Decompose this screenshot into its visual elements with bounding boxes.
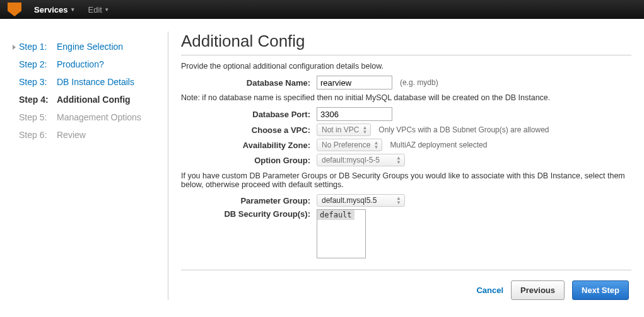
step-label: Step 1: [19, 42, 57, 52]
row-security-groups: DB Security Group(s): default [181, 209, 631, 258]
label-database-name: Database Name: [181, 78, 317, 88]
chevron-down-icon: ▾ [105, 6, 108, 13]
security-group-option[interactable]: default [317, 210, 354, 220]
az-select-value: No Preference [322, 141, 370, 149]
step-5[interactable]: Step 5: Management Options [6, 108, 158, 126]
database-name-input[interactable] [317, 76, 392, 89]
previous-button[interactable]: Previous [511, 280, 565, 300]
row-database-port: Database Port: [181, 107, 631, 121]
step-title: Additional Config [57, 95, 131, 105]
hint-database-name: (e.g. mydb) [400, 78, 438, 87]
parameter-group-select[interactable]: default.mysql5.5 ▲▼ [317, 194, 405, 207]
security-groups-listbox[interactable]: default [317, 209, 366, 258]
next-step-button[interactable]: Next Step [572, 280, 629, 300]
label-az: Availability Zone: [181, 141, 317, 150]
step-label: Step 2: [19, 59, 57, 69]
top-nav-bar: Services ▾ Edit ▾ [0, 0, 644, 19]
edit-label: Edit [88, 5, 102, 14]
step-title: Management Options [57, 112, 141, 122]
main-panel: Additional Config Provide the optional a… [172, 32, 631, 300]
cancel-button[interactable]: Cancel [476, 285, 503, 295]
vertical-divider [168, 32, 168, 300]
chevron-down-icon: ▾ [71, 6, 74, 13]
row-az: Availability Zone: No Preference ▲▼ Mult… [181, 139, 631, 151]
option-group-value: default:mysql-5-5 [322, 156, 380, 164]
vpc-select[interactable]: Not in VPC ▲▼ [317, 124, 371, 136]
step-6[interactable]: Step 6: Review [6, 126, 158, 144]
wizard-button-row: Cancel Previous Next Step [181, 280, 631, 300]
label-vpc: Choose a VPC: [181, 125, 317, 135]
divider [181, 270, 631, 270]
step-label: Step 6: [19, 130, 57, 140]
label-option-group: Option Group: [181, 156, 317, 165]
vpc-select-value: Not in VPC [322, 125, 359, 134]
note-param-sec-groups: If you have custom DB Parameter Groups o… [181, 171, 631, 189]
wizard-steps-sidebar: Step 1: Engine Selection Step 2: Product… [6, 32, 164, 300]
step-1[interactable]: Step 1: Engine Selection [6, 38, 158, 55]
step-label: Step 5: [19, 112, 57, 122]
step-title: Engine Selection [57, 42, 123, 52]
hint-az: MultiAZ deployment selected [390, 141, 487, 149]
services-menu[interactable]: Services ▾ [34, 5, 74, 14]
step-3[interactable]: Step 3: DB Instance Details [6, 73, 158, 91]
row-option-group: Option Group: default:mysql-5-5 ▲▼ [181, 154, 631, 166]
az-select[interactable]: No Preference ▲▼ [317, 139, 382, 151]
intro-text: Provide the optional additional configur… [181, 62, 631, 71]
step-label: Step 4: [19, 95, 57, 105]
page-title: Additional Config [181, 32, 631, 51]
stepper-icon: ▲▼ [373, 141, 378, 149]
edit-menu[interactable]: Edit ▾ [88, 5, 108, 14]
database-port-input[interactable] [317, 107, 392, 121]
stepper-icon: ▲▼ [362, 125, 367, 134]
triangle-right-icon [13, 45, 16, 50]
note-no-dbname: Note: if no database name is specified t… [181, 93, 631, 102]
row-parameter-group: Parameter Group: default.mysql5.5 ▲▼ [181, 194, 631, 207]
step-2[interactable]: Step 2: Production? [6, 55, 158, 73]
option-group-select[interactable]: default:mysql-5-5 ▲▼ [317, 154, 405, 166]
parameter-group-value: default.mysql5.5 [322, 196, 377, 205]
services-label: Services [34, 5, 68, 14]
stepper-icon: ▲▼ [396, 196, 401, 205]
step-title: Production? [57, 59, 104, 69]
label-database-port: Database Port: [181, 110, 317, 119]
step-label: Step 3: [19, 77, 57, 87]
step-title: Review [57, 130, 86, 140]
hint-vpc: Only VPCs with a DB Subnet Group(s) are … [378, 125, 549, 134]
stepper-icon: ▲▼ [396, 156, 401, 164]
divider [181, 55, 631, 55]
label-security-groups: DB Security Group(s): [181, 209, 317, 219]
label-parameter-group: Parameter Group: [181, 196, 317, 205]
step-4[interactable]: Step 4: Additional Config [6, 91, 158, 108]
row-vpc: Choose a VPC: Not in VPC ▲▼ Only VPCs wi… [181, 124, 631, 136]
row-database-name: Database Name: (e.g. mydb) [181, 76, 631, 89]
aws-logo-icon [8, 3, 21, 16]
step-title: DB Instance Details [57, 77, 134, 87]
